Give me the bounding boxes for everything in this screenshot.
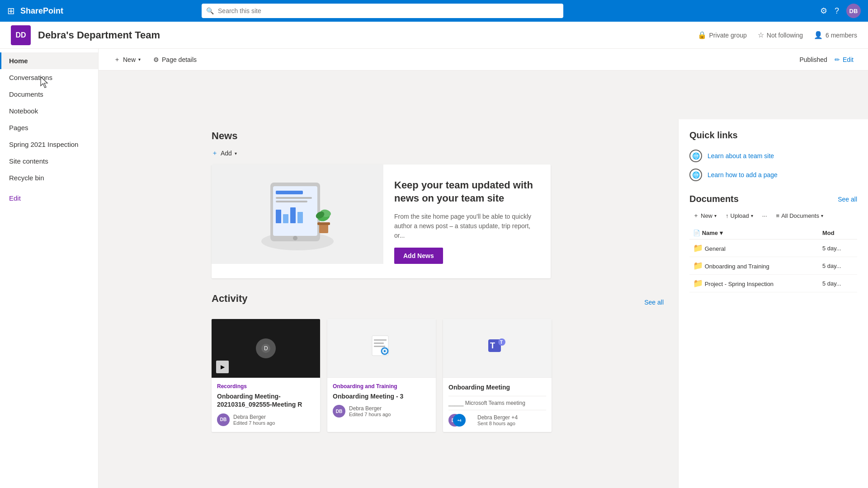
- svg-rect-7: [283, 214, 288, 223]
- author-avatar: DB: [217, 413, 230, 426]
- video-thumbnail: D ▶: [212, 319, 320, 378]
- quick-links-title: Quick links: [689, 130, 857, 141]
- chevron-down-icon-2: ▾: [751, 213, 753, 218]
- members-button[interactable]: 👤 6 members: [814, 31, 857, 39]
- meeting-card-body: Onboarding Meeting _____ Microsoft Teams…: [443, 378, 552, 432]
- activity-card-meeting: T T Onboarding Meeting _____ Microsoft T…: [443, 319, 552, 432]
- sidebar-item-notebook[interactable]: Notebook: [0, 103, 98, 119]
- svg-rect-12: [317, 222, 330, 225]
- sidebar-item-site-contents[interactable]: Site contents: [0, 153, 98, 169]
- doc-author: DB Debra Berger Edited 7 hours ago: [333, 405, 430, 418]
- person-icon: 👤: [814, 31, 823, 39]
- quick-links-section: Quick links 🌐 Learn about a team site 🌐 …: [689, 130, 857, 181]
- docs-more-button[interactable]: ···: [759, 211, 771, 221]
- mod-col-header: Mod: [819, 227, 857, 239]
- site-logo: DD: [11, 25, 31, 45]
- folder-mod-1: 5 day...: [819, 239, 857, 257]
- folder-icon: 📁: [693, 244, 703, 253]
- folder-name-2: 📁 Onboarding and Training: [689, 257, 819, 275]
- meeting-author: DB +4 Debra Berger +4 Sent 8 hours ago: [448, 414, 546, 427]
- content-right: Quick links 🌐 Learn about a team site 🌐 …: [678, 119, 868, 488]
- svg-rect-9: [297, 212, 303, 223]
- search-icon: 🔍: [206, 7, 214, 14]
- docs-view-button[interactable]: ≡ All Documents ▾: [773, 211, 827, 221]
- folder-mod-3: 5 day...: [819, 275, 857, 292]
- svg-rect-19: [374, 339, 387, 341]
- doc-title: Onboarding Meeting - 3: [333, 392, 430, 400]
- folder-name-1: 📁 General: [689, 239, 819, 257]
- table-row[interactable]: 📁 Project - Spring Inspection 5 day...: [689, 275, 857, 292]
- docs-upload-button[interactable]: ↑ Upload ▾: [722, 211, 757, 221]
- help-icon[interactable]: ?: [835, 6, 839, 16]
- new-button[interactable]: ＋ New ▾: [109, 53, 145, 66]
- quick-link-2[interactable]: 🌐 Learn how to add a page: [689, 169, 857, 181]
- table-row[interactable]: 📁 General 5 day...: [689, 239, 857, 257]
- doc-card-body: Onboarding and Training Onboarding Meeti…: [327, 378, 436, 423]
- sidebar-item-home[interactable]: Home: [0, 52, 98, 69]
- svg-rect-5: [276, 201, 307, 202]
- search-input[interactable]: [202, 4, 563, 18]
- svg-rect-4: [276, 197, 312, 199]
- sidebar-item-documents[interactable]: Documents: [0, 86, 98, 103]
- folder-mod-2: 5 day...: [819, 257, 857, 275]
- sidebar-item-edit[interactable]: Edit: [0, 190, 98, 206]
- edit-button[interactable]: ✏ Edit: [831, 54, 857, 65]
- news-card-title: Keep your team updated with news on your…: [394, 179, 540, 205]
- site-title: Debra's Department Team: [38, 29, 160, 41]
- docs-toolbar: ＋ New ▾ ↑ Upload ▾ ··· ≡ All Documents ▾: [689, 210, 857, 221]
- layout: Home Conversations Documents Notebook Pa…: [0, 49, 868, 488]
- play-button[interactable]: ▶: [216, 361, 229, 373]
- quick-link-1[interactable]: 🌐 Learn about a team site: [689, 150, 857, 162]
- avatar[interactable]: DB: [846, 4, 861, 18]
- meeting-thumbnail: T T: [443, 319, 552, 378]
- chevron-down-icon-3: ▾: [821, 213, 823, 218]
- upload-icon: ↑: [726, 212, 729, 219]
- topbar: ⊞ SharePoint 🔍 ⚙ ? DB: [0, 0, 868, 22]
- author-avatar-4: +4: [453, 414, 466, 427]
- settings-icon[interactable]: ⚙: [820, 6, 827, 16]
- follow-button[interactable]: ☆ Not following: [758, 31, 803, 39]
- video-author: DB Debra Berger Edited 7 hours ago: [217, 413, 315, 426]
- plus-icon: ＋: [212, 149, 218, 157]
- content-left: News ＋ Add ▾: [197, 119, 678, 488]
- page-details-button[interactable]: ⚙ Page details: [149, 53, 201, 66]
- sidebar: Home Conversations Documents Notebook Pa…: [0, 49, 99, 488]
- folder-icon-2: 📁: [693, 261, 703, 270]
- svg-text:T: T: [500, 340, 503, 345]
- chevron-down-icon: ▾: [235, 151, 237, 156]
- doc-thumbnail: [327, 319, 436, 378]
- site-header: DD Debra's Department Team 🔒 Private gro…: [0, 22, 868, 49]
- apps-icon[interactable]: ⊞: [7, 5, 15, 16]
- video-title: Onboarding Meeting-20210316_092555-Meeti…: [217, 392, 315, 408]
- svg-rect-3: [276, 191, 303, 194]
- svg-rect-8: [290, 207, 296, 223]
- search-container: 🔍: [202, 4, 563, 18]
- news-card-image: [212, 164, 383, 264]
- activity-card-video: D ▶ Recordings Onboarding Meeting-202103…: [212, 319, 320, 432]
- docs-see-all[interactable]: See all: [838, 196, 857, 203]
- table-row[interactable]: 📁 Onboarding and Training 5 day...: [689, 257, 857, 275]
- add-news-button[interactable]: Add News: [394, 248, 443, 264]
- published-badge: Published: [799, 56, 827, 63]
- activity-title: Activity: [212, 293, 247, 305]
- docs-new-button[interactable]: ＋ New ▾: [689, 210, 720, 221]
- main-content: News ＋ Add ▾: [197, 119, 868, 488]
- quick-link-label-2: Learn how to add a page: [708, 171, 778, 178]
- sidebar-item-spring-inspection[interactable]: Spring 2021 Inspection: [0, 136, 98, 153]
- chevron-icon: ▾: [138, 57, 141, 62]
- activity-see-all[interactable]: See all: [644, 299, 664, 306]
- sidebar-item-pages[interactable]: Pages: [0, 119, 98, 136]
- sidebar-item-recycle-bin[interactable]: Recycle bin: [0, 169, 98, 186]
- activity-section: Activity See all D ▶: [212, 293, 664, 432]
- meeting-title: Onboarding Meeting: [448, 383, 546, 391]
- video-card-body: Recordings Onboarding Meeting-20210316_0…: [212, 378, 320, 431]
- docs-table: 📄 Name ▾ Mod 📁 General 5 da: [689, 227, 857, 292]
- add-news-dropdown[interactable]: ＋ Add ▾: [212, 149, 664, 157]
- brand-name: SharePoint: [20, 6, 63, 16]
- site-meta: 🔒 Private group ☆ Not following 👤 6 memb…: [698, 31, 857, 39]
- quick-link-label-1: Learn about a team site: [708, 152, 774, 160]
- sidebar-item-conversations[interactable]: Conversations: [0, 69, 98, 86]
- private-group: 🔒 Private group: [698, 31, 747, 39]
- star-icon: ☆: [758, 31, 764, 39]
- news-card-content: Keep your team updated with news on your…: [383, 164, 551, 278]
